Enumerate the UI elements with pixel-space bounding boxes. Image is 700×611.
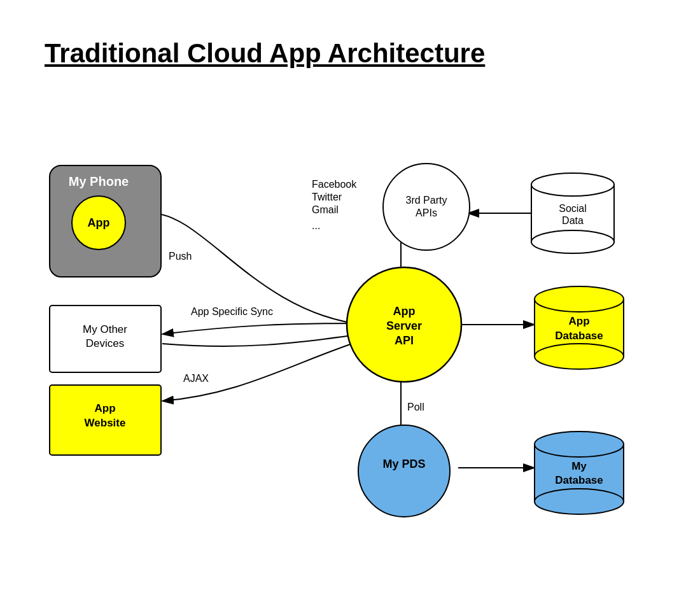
app-website-label2: Website bbox=[85, 417, 126, 429]
third-party-circle bbox=[383, 164, 470, 250]
social-data-cylinder-bottom bbox=[531, 230, 614, 253]
social-data-cylinder-top bbox=[531, 173, 614, 196]
other-devices-label2: Devices bbox=[86, 337, 124, 349]
app-server-label1: App bbox=[393, 305, 416, 318]
social-data-label1: Social bbox=[559, 203, 587, 214]
ajax-label: AJAX bbox=[183, 373, 209, 384]
sync-label: App Specific Sync bbox=[191, 306, 273, 317]
social-list-twitter: Twitter bbox=[312, 192, 342, 202]
third-party-label2: APIs bbox=[416, 207, 437, 218]
social-data-label2: Data bbox=[562, 215, 584, 226]
app-server-label3: API bbox=[395, 334, 414, 347]
my-db-cylinder-top bbox=[535, 432, 624, 457]
my-db-label2: Database bbox=[555, 474, 603, 486]
my-pds-label1: My PDS bbox=[382, 458, 425, 470]
phone-label: My Phone bbox=[69, 174, 129, 188]
social-list-etc: ... bbox=[312, 220, 320, 231]
app-db-label2: Database bbox=[555, 330, 603, 342]
page-title: Traditional Cloud App Architecture bbox=[45, 38, 485, 69]
app-server-label2: Server bbox=[386, 320, 422, 332]
app-db-cylinder-bottom bbox=[535, 344, 624, 369]
app-website-label1: App bbox=[94, 402, 115, 414]
social-list-facebook: Facebook bbox=[312, 179, 357, 190]
third-party-label1: 3rd Party bbox=[406, 195, 447, 206]
social-list-gmail: Gmail bbox=[312, 204, 339, 215]
architecture-diagram: Push App Specific Sync AJAX Poll My Phon… bbox=[0, 89, 700, 598]
poll-label: Poll bbox=[407, 402, 424, 412]
app-db-cylinder-top bbox=[535, 286, 624, 312]
app-label: App bbox=[88, 216, 110, 229]
app-db-label1: App bbox=[568, 315, 589, 327]
my-db-cylinder-bottom bbox=[535, 489, 624, 514]
other-devices-label1: My Other bbox=[83, 323, 127, 335]
my-pds-circle bbox=[358, 425, 450, 517]
push-label: Push bbox=[169, 251, 192, 262]
my-db-label1: My bbox=[571, 460, 587, 472]
